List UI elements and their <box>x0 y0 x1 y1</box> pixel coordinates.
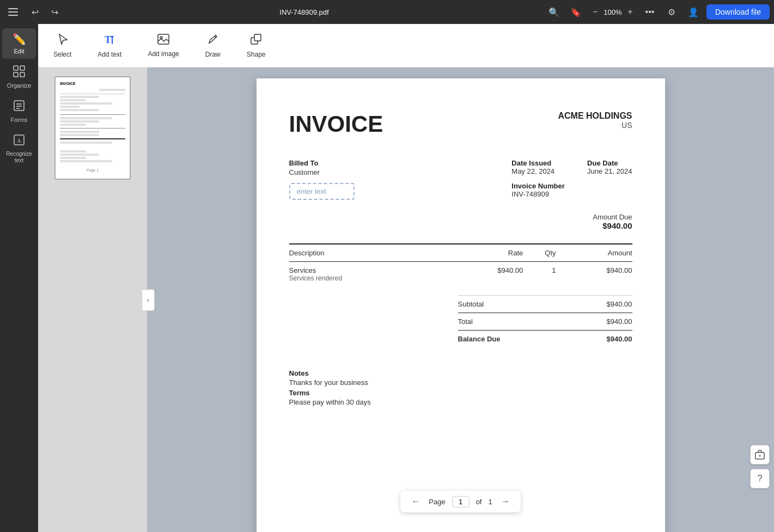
select-label: Select <box>53 51 71 58</box>
date-issued-label: Date Issued <box>511 159 554 167</box>
due-date-group: Due Date June 21, 2024 <box>587 159 632 175</box>
topbar-right: 🔍 🔖 − 100% + ••• ⚙ 👤 Download file <box>545 3 770 21</box>
date-issued-group: Date Issued May 22, 2024 <box>511 159 554 175</box>
totals-section: Subtotal $940.00 Total $940.00 Balance D… <box>289 295 632 347</box>
total-pages: 1 <box>488 498 492 506</box>
sidebar: ✏️ Edit Organize <box>0 24 38 532</box>
user-account-button[interactable]: 👤 <box>685 3 702 21</box>
row-amount: $940.00 <box>556 262 632 287</box>
invoice-number-label: Invoice Number <box>511 182 632 190</box>
sidebar-organize-label: Organize <box>7 82 32 89</box>
thumbnail-panel: INVOICE <box>38 68 147 532</box>
select-tool[interactable]: Select <box>47 29 78 63</box>
total-label: Total <box>458 317 545 326</box>
recognize-icon: A <box>13 134 25 149</box>
date-issued-value: May 22, 2024 <box>511 167 554 175</box>
svg-text:A: A <box>17 138 21 144</box>
svg-text:T: T <box>105 34 111 45</box>
sidebar-item-organize[interactable]: Organize <box>2 61 36 93</box>
add-text-tool[interactable]: T Add text <box>91 29 128 63</box>
subtotal-label: Subtotal <box>458 300 545 308</box>
notes-section: Notes Thanks for your business Terms Ple… <box>289 369 632 406</box>
zoom-control: − 100% + <box>589 5 637 19</box>
table-header-description: Description <box>289 244 447 262</box>
organize-icon <box>13 65 25 80</box>
edit-icon: ✏️ <box>13 33 26 46</box>
row-description-note: Services rendered <box>289 274 447 282</box>
subtotal-row: Subtotal $940.00 <box>458 295 632 313</box>
balance-due-label: Balance Due <box>458 335 545 343</box>
sidebar-edit-label: Edit <box>14 48 25 54</box>
right-float-buttons: ? <box>750 445 770 488</box>
company-name: ACME HOLDINGS <box>558 111 632 121</box>
add-image-tool[interactable]: Add image <box>141 29 185 62</box>
terms-label: Terms <box>289 389 632 397</box>
forms-icon <box>13 100 25 114</box>
svg-point-22 <box>759 455 761 457</box>
row-rate: $940.00 <box>447 262 523 287</box>
sidebar-item-recognize[interactable]: A Recognize text <box>2 130 36 168</box>
settings-button[interactable]: ⚙ <box>663 3 680 21</box>
content-wrapper: Select T Add text <box>38 24 774 532</box>
search-button[interactable]: 🔍 <box>545 3 563 21</box>
shape-icon <box>250 33 262 48</box>
enter-text-field[interactable]: enter text <box>289 183 355 200</box>
svg-rect-4 <box>20 66 25 70</box>
help-button[interactable]: ? <box>750 469 770 488</box>
due-date-value: June 21, 2024 <box>587 167 632 175</box>
notes-text: Thanks for your business <box>289 378 632 387</box>
draw-tool[interactable]: Draw <box>199 29 227 63</box>
undo-button[interactable]: ↩ <box>26 3 44 21</box>
table-row: Services Services rendered $940.00 1 $94… <box>289 262 632 287</box>
topbar: ↩ ↪ INV-748909.pdf 🔍 🔖 − 100% + ••• ⚙ 👤 … <box>0 0 774 24</box>
select-icon <box>57 33 68 48</box>
customer-value: Customer <box>289 168 461 176</box>
thumbnail-page-1[interactable]: INVOICE <box>54 76 131 180</box>
of-label: of <box>476 498 482 506</box>
redo-button[interactable]: ↪ <box>46 3 63 21</box>
next-page-button[interactable]: → <box>499 495 512 508</box>
menu-icon[interactable] <box>4 3 22 21</box>
add-text-icon: T <box>103 33 115 48</box>
prev-page-button[interactable]: ← <box>409 495 422 508</box>
table-header-amount: Amount <box>556 244 632 262</box>
draw-icon <box>207 33 219 48</box>
zoom-in-button[interactable]: + <box>624 5 637 19</box>
shape-label: Shape <box>247 51 266 58</box>
invoice-meta: Billed To Customer enter text Date Issue… <box>289 159 632 200</box>
sidebar-item-forms[interactable]: Forms <box>2 95 36 127</box>
zoom-out-button[interactable]: − <box>589 5 602 19</box>
invoice-page: INVOICE ACME HOLDINGS US Billed To Custo… <box>257 78 665 532</box>
balance-due-value: $940.00 <box>589 335 632 343</box>
draw-label: Draw <box>205 51 221 58</box>
svg-rect-20 <box>254 34 261 41</box>
invoice-table: Description Rate Qty Amount <box>289 243 632 286</box>
sidebar-item-edit[interactable]: ✏️ Edit <box>2 28 36 59</box>
billed-to-label: Billed To <box>289 159 461 167</box>
share-button[interactable] <box>750 445 770 464</box>
page-nav: ← Page of 1 → <box>400 491 520 512</box>
svg-rect-1 <box>8 11 18 13</box>
balance-due-row: Balance Due $940.00 <box>458 331 632 347</box>
more-options-button[interactable]: ••• <box>641 3 659 21</box>
page-number-input[interactable] <box>452 496 470 507</box>
pdf-viewer: INVOICE ACME HOLDINGS US Billed To Custo… <box>147 68 774 532</box>
amount-due-value: $940.00 <box>289 221 632 230</box>
meta-right: Date Issued May 22, 2024 Due Date June 2… <box>461 159 632 200</box>
download-file-button[interactable]: Download file <box>706 4 770 20</box>
toggle-panel-button[interactable]: ‹ <box>142 289 155 311</box>
svg-rect-6 <box>20 72 25 77</box>
viewer-area: INVOICE <box>38 68 774 532</box>
row-description: Services Services rendered <box>289 262 447 287</box>
total-value: $940.00 <box>589 317 632 326</box>
billed-to-section: Billed To Customer <box>289 159 461 176</box>
subtotal-value: $940.00 <box>589 300 632 308</box>
sidebar-forms-label: Forms <box>10 117 27 123</box>
svg-rect-3 <box>14 66 18 70</box>
main-area: ✏️ Edit Organize <box>0 24 774 532</box>
shape-tool[interactable]: Shape <box>240 29 272 63</box>
terms-text: Please pay within 30 days <box>289 398 632 406</box>
undo-redo-group: ↩ ↪ <box>26 3 63 21</box>
bookmark-button[interactable]: 🔖 <box>567 3 584 21</box>
notes-label: Notes <box>289 369 632 377</box>
